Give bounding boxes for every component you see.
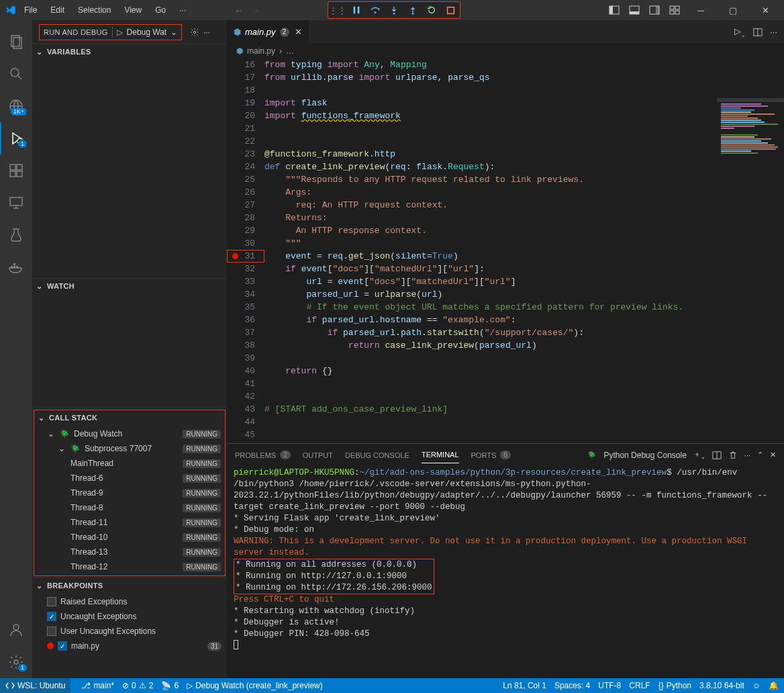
layout-bottom-icon[interactable] [627, 3, 642, 17]
activity-accounts[interactable] [0, 614, 32, 646]
layout-secondary-icon[interactable] [647, 3, 662, 17]
debug-toolbar[interactable]: ⋮⋮ [328, 1, 460, 19]
code-editor[interactable]: 1617181920212223242526272829303132333435… [227, 58, 784, 443]
activity-remote[interactable]: 1K+ [0, 90, 32, 122]
checkbox[interactable] [47, 627, 56, 636]
callstack-header[interactable]: ⌄ CALL STACK [34, 410, 225, 425]
tab-ports[interactable]: PORTS6 [471, 447, 511, 463]
stop-icon[interactable] [445, 5, 456, 15]
split-terminal-icon[interactable] [712, 451, 722, 460]
tab-terminal[interactable]: TERMINAL [422, 447, 459, 463]
run-icon[interactable]: ▷⌄ [734, 26, 746, 38]
variables-header[interactable]: ⌄ VARIABLES [32, 44, 227, 59]
breakpoint-item[interactable]: ✓Uncaught Exceptions [32, 609, 227, 624]
menu-more[interactable]: ··· [174, 3, 191, 17]
split-icon[interactable] [752, 28, 763, 37]
menu-edit[interactable]: Edit [45, 3, 70, 17]
close-icon[interactable]: ✕ [295, 27, 302, 37]
checkbox[interactable]: ✓ [47, 612, 56, 621]
status-errors[interactable]: ⊘0 ⚠2 [122, 681, 153, 690]
activity-debug[interactable]: 1 [0, 122, 32, 154]
watch-header[interactable]: ⌄ WATCH [32, 279, 227, 293]
status-ln-col[interactable]: Ln 81, Col 1 [503, 681, 546, 690]
status-feedback[interactable]: ☺ [752, 681, 761, 690]
layout-primary-icon[interactable] [607, 3, 622, 17]
callstack-subprocess[interactable]: ⌄ 🪲 Subprocess 77007 RUNNING [34, 441, 225, 456]
callstack-thread[interactable]: Thread-6RUNNING [34, 471, 225, 486]
drag-handle-icon[interactable]: ⋮⋮ [332, 5, 343, 15]
nav-fwd-icon[interactable]: → [251, 5, 260, 15]
callstack-thread[interactable]: Thread-10RUNNING [34, 530, 225, 545]
breadcrumb-more[interactable]: … [286, 46, 294, 56]
minimap[interactable] [717, 97, 784, 443]
status-branch[interactable]: ⎇main* [81, 681, 114, 690]
callstack-thread[interactable]: MainThreadRUNNING [34, 456, 225, 471]
callstack-thread[interactable]: Thread-9RUNNING [34, 486, 225, 500]
layout-custom-icon[interactable] [667, 3, 682, 17]
step-into-icon[interactable] [389, 5, 399, 15]
status-remote[interactable]: WSL: Ubuntu [0, 678, 70, 693]
activity-settings[interactable]: 1 [0, 646, 32, 678]
callstack-session[interactable]: ⌄ 🪲 Debug Watch RUNNING [34, 426, 225, 441]
maximize-panel-icon[interactable]: ⌃ [757, 451, 763, 459]
modified-badge: 2 [280, 28, 289, 37]
pause-icon[interactable] [351, 5, 362, 15]
callstack-thread[interactable]: Thread-12RUNNING [34, 559, 225, 574]
start-debug-icon[interactable]: ▷ [117, 28, 123, 37]
menu-selection[interactable]: Selection [72, 3, 116, 17]
more-icon[interactable]: ··· [770, 27, 777, 37]
status-encoding[interactable]: UTF-8 [598, 681, 621, 690]
run-debug-config[interactable]: RUN AND DEBUG ▷ Debug Wat ⌄ [39, 24, 182, 40]
breadcrumb[interactable]: ⬢ main.py › … [227, 44, 784, 58]
tab-main-py[interactable]: ⬢ main.py 2 ✕ [227, 20, 309, 44]
status-spaces[interactable]: Spaces: 4 [554, 681, 590, 690]
terminal[interactable]: pierrick@LAPTOP-HKU5PNNG:~/git/add-ons-s… [227, 466, 784, 678]
checkbox[interactable]: ✓ [58, 641, 67, 651]
activity-remote-explorer[interactable] [0, 187, 32, 219]
callstack-thread[interactable]: Thread-13RUNNING [34, 545, 225, 559]
debug-config-name[interactable]: Debug Wat [127, 28, 167, 37]
status-ports[interactable]: 📡6 [161, 681, 179, 690]
maximize-button[interactable]: ▢ [720, 0, 746, 20]
tab-problems[interactable]: PROBLEMS2 [235, 447, 291, 463]
breadcrumb-file[interactable]: main.py [247, 46, 275, 56]
activity-search[interactable] [0, 58, 32, 90]
menu-view[interactable]: View [119, 3, 147, 17]
breakpoints-header[interactable]: ⌄ BREAKPOINTS [32, 578, 227, 593]
breakpoint-item[interactable]: User Uncaught Exceptions [32, 624, 227, 639]
checkbox[interactable] [47, 597, 56, 606]
breakpoint-dot-icon[interactable] [232, 253, 238, 259]
activity-docker[interactable] [0, 251, 32, 283]
breakpoint-item[interactable]: Raised Exceptions [32, 594, 227, 609]
activity-testing[interactable] [0, 219, 32, 251]
callstack-thread[interactable]: Thread-11RUNNING [34, 515, 225, 530]
breakpoint-file[interactable]: ✓main.py31 [32, 639, 227, 653]
console-selector[interactable]: Python Debug Console [603, 451, 686, 460]
gear-icon[interactable] [190, 28, 199, 37]
status-lang[interactable]: {}Python [658, 681, 691, 690]
restart-icon[interactable] [426, 5, 437, 15]
close-button[interactable]: ✕ [752, 0, 779, 20]
tab-output[interactable]: OUTPUT [303, 447, 333, 463]
status-debug[interactable]: ▷Debug Watch (create_link_preview) [187, 681, 323, 690]
more-icon[interactable]: ··· [744, 451, 750, 459]
add-terminal-icon[interactable]: ＋⌄ [693, 449, 705, 460]
step-out-icon[interactable] [407, 5, 418, 15]
trash-icon[interactable] [728, 451, 738, 460]
callstack-thread[interactable]: Thread-8RUNNING [34, 500, 225, 515]
status-python-version[interactable]: 3.8.10 64-bit [699, 681, 744, 690]
nav-back-icon[interactable]: ← [234, 5, 243, 15]
close-panel-icon[interactable]: ✕ [770, 451, 776, 459]
activity-explorer[interactable] [0, 26, 32, 58]
python-file-icon: ⬢ [234, 27, 241, 37]
more-icon[interactable]: ··· [203, 28, 210, 37]
menu-file[interactable]: File [19, 3, 42, 17]
chevron-down-icon[interactable]: ⌄ [170, 28, 177, 37]
tab-debug-console[interactable]: DEBUG CONSOLE [345, 447, 409, 463]
step-over-icon[interactable] [370, 5, 381, 15]
minimize-button[interactable]: ─ [687, 0, 714, 20]
status-eol[interactable]: CRLF [629, 681, 650, 690]
status-bell[interactable]: 🔔 [769, 681, 779, 690]
activity-extensions[interactable] [0, 154, 32, 187]
menu-go[interactable]: Go [150, 3, 171, 17]
